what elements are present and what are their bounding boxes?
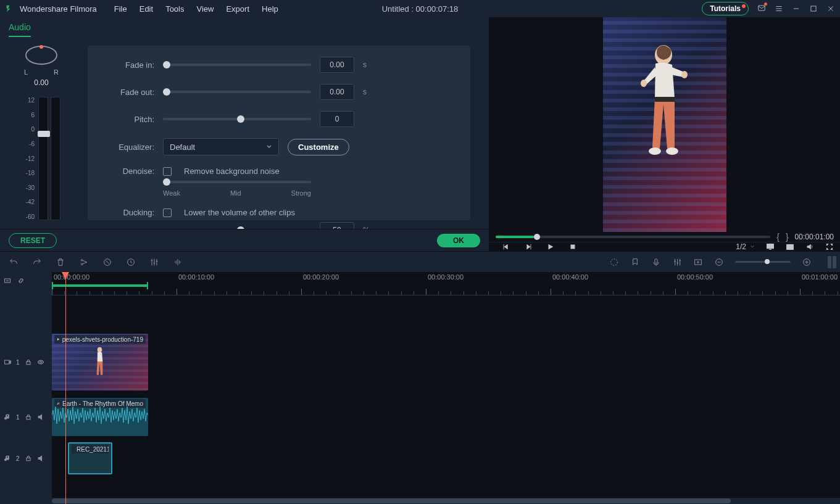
vu-scale-label: -42	[22, 199, 35, 205]
render-icon[interactable]	[609, 257, 619, 267]
window-close-icon[interactable]	[826, 4, 835, 13]
audio-clip-2[interactable]: REC_202110	[68, 442, 112, 474]
tab-audio[interactable]: Audio	[9, 22, 31, 37]
pan-right-label: R	[54, 68, 59, 76]
menu-help[interactable]: Help	[257, 2, 283, 16]
fade-in-value[interactable]: 0.00	[320, 57, 354, 73]
fade-out-slider[interactable]	[163, 91, 311, 93]
mixer-icon[interactable]	[672, 257, 682, 267]
audio-clip-1[interactable]: Earth - The Rhythm Of Memo	[52, 398, 148, 436]
pan-left-label: L	[24, 68, 28, 76]
ok-button[interactable]: OK	[437, 234, 480, 247]
zoom-slider[interactable]	[735, 261, 791, 263]
preview-viewport	[489, 17, 840, 232]
customize-button[interactable]: Customize	[288, 139, 349, 155]
preview-panel: { } 00:00:01:00 1/2	[489, 17, 840, 251]
menu-export[interactable]: Export	[221, 2, 254, 16]
dancer-figure-icon	[628, 36, 702, 197]
menu-edit[interactable]: Edit	[135, 2, 158, 16]
tutorials-button[interactable]: Tutorials	[702, 2, 749, 15]
volume-icon[interactable]	[805, 242, 814, 251]
equalizer-dropdown[interactable]: Default	[163, 138, 279, 155]
vu-scale-label: 6	[22, 112, 35, 118]
preview-time: 00:00:01:00	[795, 233, 834, 241]
notifications-icon[interactable]	[757, 4, 766, 14]
mute-icon[interactable]	[37, 413, 44, 421]
video-clip[interactable]: pexels-shvets-production-719	[52, 334, 148, 390]
menu-view[interactable]: View	[191, 2, 218, 16]
fade-in-label: Fade in:	[104, 60, 154, 70]
fullscreen-icon[interactable]	[825, 242, 834, 251]
brace-close-icon[interactable]: }	[786, 232, 789, 242]
adjust-icon[interactable]	[149, 257, 159, 267]
fade-out-unit: s	[363, 88, 370, 96]
eye-icon[interactable]	[37, 358, 44, 366]
svg-rect-8	[571, 245, 575, 249]
fade-in-slider[interactable]	[163, 64, 311, 66]
zoom-out-icon[interactable]	[714, 257, 724, 267]
pitch-label: Pitch:	[104, 115, 154, 124]
timeline-scrollbar[interactable]	[52, 498, 840, 504]
play-icon[interactable]	[546, 242, 555, 251]
stop-icon[interactable]	[568, 242, 577, 251]
denoise-slider[interactable]	[163, 181, 311, 183]
next-frame-icon[interactable]	[524, 242, 533, 251]
display-icon[interactable]	[766, 242, 775, 251]
reset-button[interactable]: RESET	[9, 233, 57, 248]
record-voiceover-icon[interactable]	[651, 257, 661, 267]
preview-ratio-dropdown[interactable]: 1/2	[736, 242, 755, 251]
snapshot-icon[interactable]	[786, 242, 794, 251]
menu-file[interactable]: File	[109, 2, 132, 16]
vu-bar-right	[51, 97, 60, 220]
list-icon[interactable]	[775, 4, 783, 13]
lock-icon[interactable]	[25, 358, 32, 366]
audio-edit-panel: Audio LR 0.00 12 6 0 -6 -12 -18 -30 -42	[0, 17, 489, 251]
denoise-checkbox[interactable]	[163, 167, 172, 176]
video-clip-name: pexels-shvets-production-719	[62, 336, 143, 343]
link-icon[interactable]	[17, 277, 25, 284]
menu-bar: File Edit Tools View Export Help	[109, 2, 283, 16]
lock-icon[interactable]	[25, 413, 32, 421]
split-icon[interactable]	[79, 257, 89, 267]
playhead[interactable]	[65, 272, 66, 504]
svg-point-13	[81, 263, 83, 265]
audio-track-1-id: 1	[16, 414, 20, 421]
equalizer-label: Equalizer:	[104, 143, 154, 152]
fade-in-unit: s	[363, 60, 370, 69]
marker-icon[interactable]	[630, 257, 640, 267]
redo-icon[interactable]	[32, 257, 42, 267]
pan-dial[interactable]	[25, 46, 57, 65]
svg-rect-17	[655, 258, 657, 263]
lock-icon[interactable]	[25, 455, 32, 462]
add-media-icon[interactable]	[693, 257, 703, 267]
fit-timeline-icon[interactable]	[4, 277, 11, 284]
app-name: Wondershare Filmora	[20, 4, 97, 14]
ducking-checkbox[interactable]	[163, 209, 172, 217]
window-minimize-icon[interactable]	[792, 4, 800, 13]
timeline-ruler[interactable]: 00:00:00:0000:00:10:0000:00:20:0000:00:3…	[52, 272, 840, 295]
brace-open-icon[interactable]: {	[776, 232, 780, 242]
pitch-value[interactable]: 0	[320, 111, 354, 127]
zoom-in-icon[interactable]	[802, 257, 812, 267]
fade-out-value[interactable]: 0.00	[320, 84, 354, 100]
vu-scale-label: -6	[22, 141, 35, 147]
prev-frame-icon[interactable]	[502, 242, 510, 251]
ducking-value[interactable]: 50	[320, 222, 354, 229]
delete-icon[interactable]	[56, 257, 65, 267]
document-title: Untitled : 00:00:07:18	[382, 4, 459, 14]
preview-progress[interactable]	[496, 236, 770, 238]
undo-icon[interactable]	[9, 257, 19, 267]
track-height-icon[interactable]	[828, 256, 831, 268]
video-track-icon	[4, 358, 11, 366]
audio-wave-icon[interactable]	[173, 257, 183, 267]
mute-icon[interactable]	[37, 455, 44, 462]
crop-icon[interactable]	[102, 257, 112, 267]
work-area[interactable]	[52, 284, 148, 287]
menu-tools[interactable]: Tools	[160, 2, 189, 16]
window-maximize-icon[interactable]	[809, 4, 818, 13]
svg-point-6	[649, 147, 661, 155]
vu-meter: 12 6 0 -6 -12 -18 -30 -42 -60	[22, 97, 60, 220]
chevron-down-icon	[750, 244, 755, 249]
pitch-slider[interactable]	[163, 118, 311, 120]
speed-icon[interactable]	[126, 257, 136, 267]
